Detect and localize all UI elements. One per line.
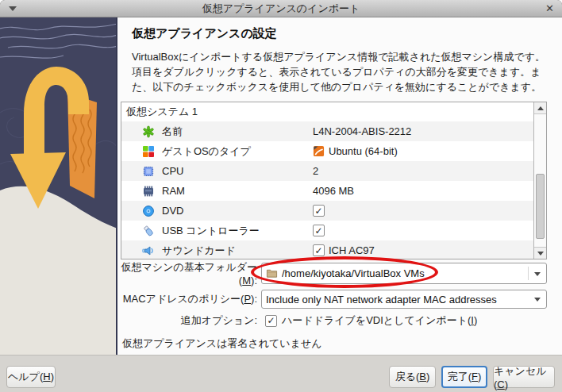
vm-config-table: 仮想システム 1 名前 L4N-2004-ABIS-2212: [121, 102, 547, 259]
sound-checkbox[interactable]: ✓: [313, 244, 325, 256]
sound-value[interactable]: ICH AC97: [329, 244, 375, 256]
os-type-value: Ubuntu (64-bit): [329, 145, 398, 157]
group-label: 仮想システム 1: [126, 105, 198, 119]
table-row-usb[interactable]: USB コントローラー ✓: [121, 221, 546, 240]
mac-policy-value: Include only NAT network adapter MAC add…: [266, 294, 497, 306]
scroll-up-icon[interactable]: [534, 102, 546, 114]
cancel-button[interactable]: キャンセル(C): [493, 366, 555, 388]
window-title: 仮想アプライアンスのインポート: [202, 2, 360, 16]
row-label: DVD: [162, 205, 183, 217]
back-button[interactable]: 戻る(B): [389, 366, 436, 388]
dropdown-icon: [534, 272, 541, 276]
import-appliance-dialog: 仮想アプライアンスのインポート ✕: [0, 0, 562, 392]
dvd-icon: [142, 205, 155, 217]
row-value[interactable]: 2: [313, 161, 318, 181]
name-icon: [142, 125, 155, 138]
dropdown-icon: [534, 298, 541, 302]
folder-icon: [266, 267, 278, 279]
titlebar[interactable]: 仮想アプライアンスのインポート ✕: [0, 0, 562, 17]
base-folder-field: 仮想マシンの基本フォルダー(M): /home/kiyotaka/Virtual…: [121, 263, 547, 284]
page-title: 仮想アプライアンスの設定: [132, 26, 277, 41]
table-row-ram[interactable]: RAM 4096 MB: [121, 181, 546, 201]
base-folder-value: /home/kiyotaka/VirtualBox VMs: [282, 267, 425, 279]
table-scrollbar[interactable]: [533, 102, 546, 259]
table-row-sound[interactable]: サウンドカード ✓ ICH AC97: [121, 240, 546, 259]
import-vdi-checkbox[interactable]: ✓: [265, 315, 277, 327]
row-label: ゲストOSのタイプ: [162, 144, 251, 159]
row-label: CPU: [162, 165, 183, 177]
table-group-row[interactable]: 仮想システム 1: [121, 102, 546, 121]
table-row-os-type[interactable]: ゲストOSのタイプ Ubuntu (64-bit): [121, 141, 546, 161]
import-vdi-label: ハードドライブをVDIとしてインポート(I): [282, 313, 477, 328]
base-folder-label: 仮想マシンの基本フォルダー(M):: [121, 260, 261, 286]
cpu-icon: [142, 165, 155, 178]
table-row-cpu[interactable]: CPU 2: [121, 161, 546, 181]
window-shade-icon[interactable]: [9, 6, 17, 11]
row-label: サウンドカード: [162, 244, 236, 258]
extra-options-field: 追加オプション: ✓ ハードドライブをVDIとしてインポート(I): [121, 313, 547, 329]
dialog-footer: ヘルプ(H) 戻る(B) 完了(F) キャンセル(C): [0, 355, 562, 392]
table-row-name[interactable]: 名前 L4N-2004-ABIS-2212: [121, 121, 546, 141]
help-button[interactable]: ヘルプ(H): [6, 366, 56, 388]
scrollbar-thumb[interactable]: [536, 174, 545, 239]
os-type-icon: [142, 145, 155, 158]
row-label: RAM: [162, 185, 185, 197]
row-value[interactable]: L4N-2004-ABIS-2212: [313, 121, 411, 141]
dvd-checkbox[interactable]: ✓: [313, 205, 325, 217]
finish-button[interactable]: 完了(F): [441, 366, 487, 388]
settings-panel: 仮想アプライアンスの設定 VirtualBoxにインポートする仮想アプライアンス…: [117, 17, 562, 355]
ram-icon: [142, 185, 155, 198]
mac-policy-combobox[interactable]: Include only NAT network adapter MAC add…: [261, 290, 547, 309]
mac-policy-field: MACアドレスのポリシー(P): Include only NAT networ…: [121, 290, 547, 309]
sound-icon: [142, 244, 155, 257]
row-label: USB コントローラー: [162, 224, 260, 238]
description-text: VirtualBoxにインポートする仮想アプライアンス情報で記載された仮想マシン…: [132, 49, 556, 94]
extra-options-label: 追加オプション:: [121, 313, 261, 328]
appliance-import-artwork: [0, 17, 117, 355]
row-value[interactable]: Ubuntu (64-bit): [313, 141, 398, 161]
usb-checkbox[interactable]: ✓: [313, 225, 325, 236]
usb-icon: [142, 225, 155, 237]
scroll-down-icon[interactable]: [534, 247, 546, 259]
mac-policy-label: MACアドレスのポリシー(P):: [121, 292, 261, 306]
ubuntu-icon: [313, 145, 325, 157]
close-icon[interactable]: ✕: [545, 0, 554, 17]
base-folder-combobox[interactable]: /home/kiyotaka/VirtualBox VMs: [261, 263, 547, 284]
signature-status-text: 仮想アプライアンスは署名されていません: [122, 336, 322, 351]
row-label: 名前: [162, 125, 183, 139]
row-value[interactable]: 4096 MB: [313, 181, 354, 201]
table-row-dvd[interactable]: DVD ✓: [121, 201, 546, 221]
